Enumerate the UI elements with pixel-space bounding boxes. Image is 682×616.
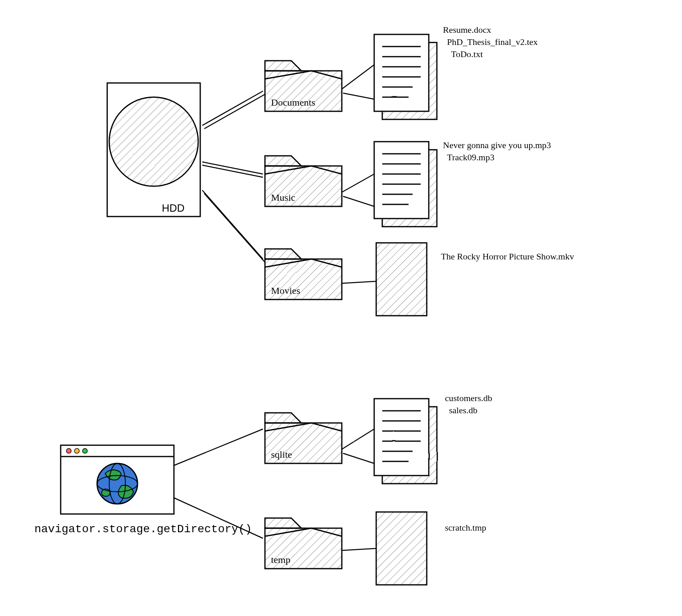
svg-line-5 [202, 162, 263, 174]
svg-marker-9 [265, 61, 301, 71]
file-label: sales.db [449, 405, 477, 416]
music-files-icon [374, 142, 437, 227]
svg-line-45 [174, 429, 263, 465]
svg-line-7 [202, 190, 263, 259]
svg-line-4 [204, 94, 265, 129]
svg-marker-47 [265, 413, 301, 423]
svg-point-39 [66, 448, 71, 453]
file-label: scratch.tmp [445, 522, 486, 534]
svg-line-31 [342, 174, 374, 192]
svg-line-62 [342, 548, 376, 550]
api-call-label: navigator.storage.getDirectory() [34, 522, 252, 537]
svg-rect-37 [61, 445, 174, 514]
svg-line-32 [343, 196, 374, 206]
temp-file-icon [376, 512, 427, 585]
svg-point-43 [97, 476, 138, 492]
svg-point-2 [109, 97, 198, 186]
svg-point-42 [97, 463, 138, 504]
svg-rect-61 [376, 512, 427, 585]
folder-label-sqlite: sqlite [271, 448, 292, 461]
svg-rect-12 [374, 34, 429, 111]
file-label: Never gonna give you up.mp3 [443, 140, 551, 151]
svg-rect-23 [382, 150, 437, 227]
folder-label-documents: Documents [271, 96, 315, 109]
folder-label-movies: Movies [271, 285, 300, 297]
svg-marker-21 [265, 156, 301, 166]
folder-label-temp: temp [271, 554, 290, 566]
svg-line-20 [343, 93, 374, 99]
svg-line-36 [342, 281, 376, 283]
svg-line-19 [342, 65, 374, 89]
documents-files-icon [374, 34, 437, 119]
file-label: Track09.mp3 [447, 152, 494, 164]
svg-rect-50 [374, 399, 429, 476]
svg-rect-11 [382, 42, 437, 119]
file-label: ToDo.txt [451, 49, 483, 60]
hdd-icon [107, 83, 200, 217]
svg-marker-59 [265, 518, 301, 528]
hdd-label: HDD [162, 202, 184, 215]
file-label: Resume.docx [443, 24, 491, 36]
browser-window-icon [61, 445, 174, 514]
svg-line-3 [202, 91, 263, 125]
svg-point-44 [109, 463, 125, 504]
svg-point-40 [74, 448, 79, 453]
file-label: customers.db [445, 393, 492, 404]
svg-point-41 [83, 448, 87, 453]
svg-rect-1 [107, 83, 200, 217]
svg-rect-35 [376, 243, 427, 316]
svg-rect-24 [374, 142, 429, 219]
svg-line-8 [204, 193, 265, 262]
svg-marker-33 [265, 249, 301, 259]
file-label: The Rocky Horror Picture Show.mkv [441, 251, 574, 263]
svg-line-58 [343, 453, 374, 463]
sqlite-files-icon [374, 399, 437, 484]
movies-file-icon [376, 243, 427, 316]
file-label: PhD_Thesis_final_v2.tex [447, 36, 538, 48]
svg-line-6 [202, 165, 263, 177]
svg-rect-49 [382, 407, 437, 484]
folder-label-music: Music [271, 191, 295, 204]
svg-line-57 [342, 429, 374, 449]
